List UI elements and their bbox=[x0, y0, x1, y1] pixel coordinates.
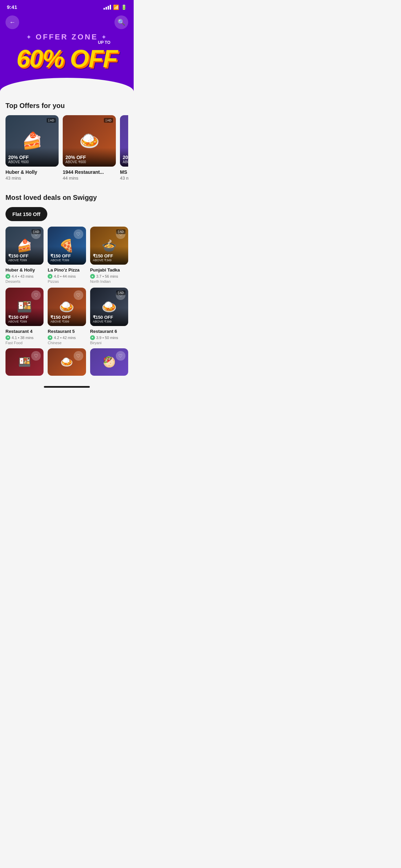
top-offers-scroll[interactable]: 🍰 20% OFF ABOVE ₹600 | AD Huber & Holly … bbox=[5, 115, 128, 183]
rating-star-icon: ★ bbox=[48, 335, 52, 340]
star-left-icon: ✦ bbox=[26, 34, 32, 40]
offer-condition: ABOVE ₹600 bbox=[65, 160, 113, 164]
offer-amount: 20% OFF bbox=[8, 155, 56, 160]
offer-condition: ABOVE ₹700 bbox=[123, 160, 128, 164]
rating-row: ★ 4.4 • 43 mins bbox=[5, 274, 44, 279]
status-icons: 📶 🔋 bbox=[104, 4, 127, 10]
restaurant-name: Restaurant 5 bbox=[48, 329, 86, 334]
top-offers-title: Top Offers for you bbox=[5, 102, 128, 110]
top-offers-section: Top Offers for you 🍰 20% OFF ABOVE ₹600 … bbox=[0, 95, 134, 187]
ad-badge: | AD bbox=[32, 229, 41, 234]
offer-zone-text: OFFER ZONE bbox=[36, 33, 98, 41]
restaurant-time: 43 mins bbox=[120, 176, 128, 181]
most-loved-card[interactable]: 🍛 ♡ ₹150 OFF ABOVE ₹399 Restaurant 5 ★ 4… bbox=[48, 288, 86, 345]
favorite-button[interactable]: ♡ bbox=[74, 229, 83, 239]
offer-amount: ₹150 OFF bbox=[50, 253, 83, 258]
offer-condition: ABOVE ₹600 bbox=[8, 160, 56, 164]
bottom-partial-card[interactable]: 🍛 ♡ bbox=[48, 348, 86, 376]
favorite-button[interactable]: ♡ bbox=[74, 290, 83, 300]
restaurant-category: Fast Food bbox=[5, 341, 44, 345]
discount-text: 60% OFF bbox=[16, 43, 117, 78]
rating-text: 3.9 • 50 mins bbox=[96, 336, 118, 340]
favorite-button[interactable]: ♡ bbox=[74, 351, 83, 361]
rating-star-icon: ★ bbox=[90, 274, 95, 279]
restaurant-name: 1944 Restaurant... bbox=[63, 169, 116, 175]
offer-condition: ABOVE ₹399 bbox=[93, 320, 125, 323]
ad-badge: | AD bbox=[116, 290, 125, 295]
back-button[interactable]: ← bbox=[5, 15, 19, 29]
offer-amount: ₹150 OFF bbox=[8, 315, 41, 320]
offer-amount: ₹150 OFF bbox=[93, 315, 125, 320]
restaurant-name: Restaurant 6 bbox=[90, 329, 128, 334]
most-loved-card[interactable]: 🍱 ♡ ₹150 OFF ABOVE ₹399 Restaurant 4 ★ 4… bbox=[5, 288, 44, 345]
most-loved-section: Most loved deals on Swiggy Flat 150 Off … bbox=[0, 187, 134, 348]
top-offer-card[interactable]: 🍰 20% OFF ABOVE ₹600 | AD Huber & Holly … bbox=[5, 115, 59, 181]
restaurant-name: MS Abu Dal Bati bbox=[120, 169, 128, 175]
time-display: 9:41 bbox=[7, 4, 17, 10]
hero-banner: ✦ OFFER ZONE ✦ UP TO 60% OFF bbox=[0, 29, 134, 78]
rating-row: ★ 3.7 • 56 mins bbox=[90, 274, 128, 279]
favorite-button[interactable]: ♡ bbox=[31, 351, 41, 361]
ad-badge: | AD bbox=[47, 118, 56, 123]
rating-text: 4.4 • 43 mins bbox=[12, 274, 34, 278]
rating-star-icon: ★ bbox=[5, 335, 10, 340]
restaurant-category: Chinese bbox=[48, 341, 86, 345]
top-offer-card[interactable]: 🥙 20% OFF ABOVE ₹700 | AD MS Abu Dal Bat… bbox=[120, 115, 128, 181]
rating-star-icon: ★ bbox=[90, 335, 95, 340]
rating-row: ★ 4.1 • 38 mins bbox=[5, 335, 44, 340]
most-loved-card[interactable]: 🍛 ♡ ₹150 OFF ABOVE ₹399 | AD Restaurant … bbox=[90, 288, 128, 345]
rating-text: 4.0 • 44 mins bbox=[54, 274, 76, 278]
star-right-icon: ✦ bbox=[101, 34, 107, 40]
flat-150-filter-button[interactable]: Flat 150 Off bbox=[5, 207, 47, 221]
ad-badge: | AD bbox=[104, 118, 113, 123]
most-loved-grid: 🍰 ♡ ₹150 OFF ABOVE ₹399 | AD Huber & Hol… bbox=[5, 227, 128, 345]
offer-condition: ABOVE ₹399 bbox=[8, 258, 41, 262]
restaurant-time: 44 mins bbox=[63, 176, 116, 181]
search-button[interactable]: 🔍 bbox=[114, 15, 128, 29]
rating-row: ★ 3.9 • 50 mins bbox=[90, 335, 128, 340]
rating-star-icon: ★ bbox=[48, 274, 52, 279]
header: ← 🔍 bbox=[0, 13, 134, 29]
main-content: Top Offers for you 🍰 20% OFF ABOVE ₹600 … bbox=[0, 95, 134, 388]
offer-amount: ₹150 OFF bbox=[50, 315, 83, 320]
offer-condition: ABOVE ₹349 bbox=[93, 258, 125, 262]
restaurant-category: Pizzas bbox=[48, 279, 86, 284]
bottom-partial-card[interactable]: 🍱 ♡ bbox=[5, 348, 44, 376]
restaurant-category: Desserts bbox=[5, 279, 44, 284]
favorite-button[interactable]: ♡ bbox=[116, 351, 125, 361]
offer-condition: ABOVE ₹399 bbox=[50, 258, 83, 262]
restaurant-time: 43 mins bbox=[5, 176, 59, 181]
bottom-partial-card[interactable]: 🥙 ♡ bbox=[90, 348, 128, 376]
ad-badge: | AD bbox=[116, 229, 125, 234]
rating-text: 4.2 • 42 mins bbox=[54, 336, 76, 340]
rating-text: 3.7 • 56 mins bbox=[96, 274, 118, 278]
wave-divider bbox=[0, 78, 134, 95]
restaurant-category: Biryani bbox=[90, 341, 128, 345]
most-loved-card[interactable]: 🍕 ♡ ₹150 OFF ABOVE ₹399 La Pino'z Pizza … bbox=[48, 227, 86, 284]
offer-amount: 20% OFF bbox=[65, 155, 113, 160]
offer-amount: 20% OFF bbox=[123, 155, 128, 160]
restaurant-name: Punjabi Tadka bbox=[90, 267, 128, 273]
bottom-partial-row: 🍱 ♡ 🍛 ♡ 🥙 ♡ bbox=[0, 348, 134, 383]
offer-condition: ABOVE ₹399 bbox=[8, 320, 41, 323]
rating-row: ★ 4.2 • 42 mins bbox=[48, 335, 86, 340]
top-offer-card[interactable]: 🍛 20% OFF ABOVE ₹600 | AD 1944 Restauran… bbox=[63, 115, 116, 181]
offer-condition: ABOVE ₹399 bbox=[50, 320, 83, 323]
offer-amount: ₹150 OFF bbox=[93, 253, 125, 258]
rating-row: ★ 4.0 • 44 mins bbox=[48, 274, 86, 279]
rating-text: 4.1 • 38 mins bbox=[12, 336, 34, 340]
wifi-icon: 📶 bbox=[113, 4, 119, 10]
search-icon: 🔍 bbox=[118, 19, 125, 26]
most-loved-title: Most loved deals on Swiggy bbox=[5, 194, 128, 202]
most-loved-card[interactable]: 🍰 ♡ ₹150 OFF ABOVE ₹399 | AD Huber & Hol… bbox=[5, 227, 44, 284]
restaurant-name: Huber & Holly bbox=[5, 169, 59, 175]
restaurant-category: North Indian bbox=[90, 279, 128, 284]
restaurant-name: La Pino'z Pizza bbox=[48, 267, 86, 273]
battery-icon: 🔋 bbox=[121, 4, 127, 10]
up-to-text: UP TO bbox=[98, 40, 110, 45]
signal-icon bbox=[104, 5, 111, 10]
scroll-indicator bbox=[44, 386, 90, 388]
status-bar: 9:41 📶 🔋 bbox=[0, 0, 134, 13]
offer-amount: ₹150 OFF bbox=[8, 253, 41, 258]
most-loved-card[interactable]: 🍲 ♡ ₹150 OFF ABOVE ₹349 | AD Punjabi Tad… bbox=[90, 227, 128, 284]
